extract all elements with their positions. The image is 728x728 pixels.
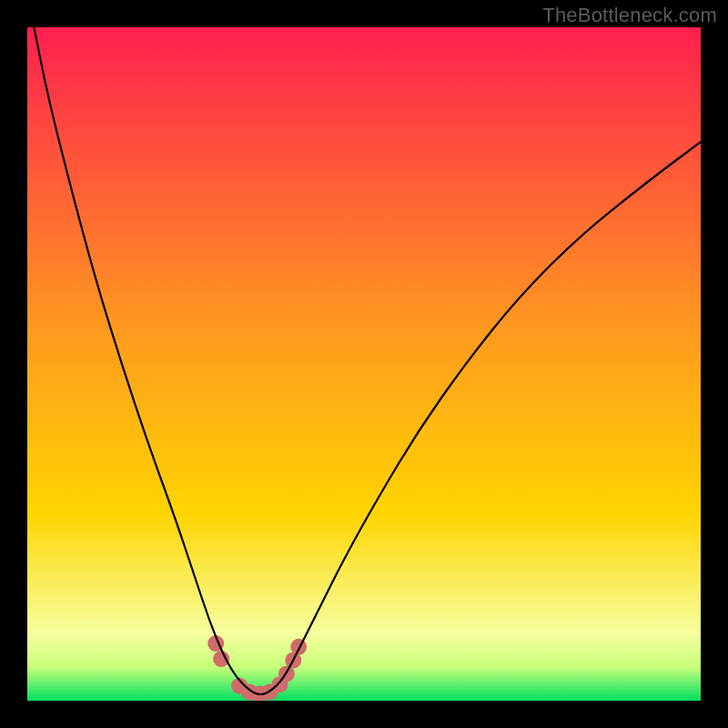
- bottleneck-chart: [27, 27, 701, 701]
- watermark-text: TheBottleneck.com: [542, 4, 717, 27]
- gradient-background: [27, 27, 701, 701]
- highlight-marker: [290, 639, 307, 655]
- chart-plot-area: [27, 27, 701, 701]
- outer-frame: TheBottleneck.com: [0, 0, 728, 728]
